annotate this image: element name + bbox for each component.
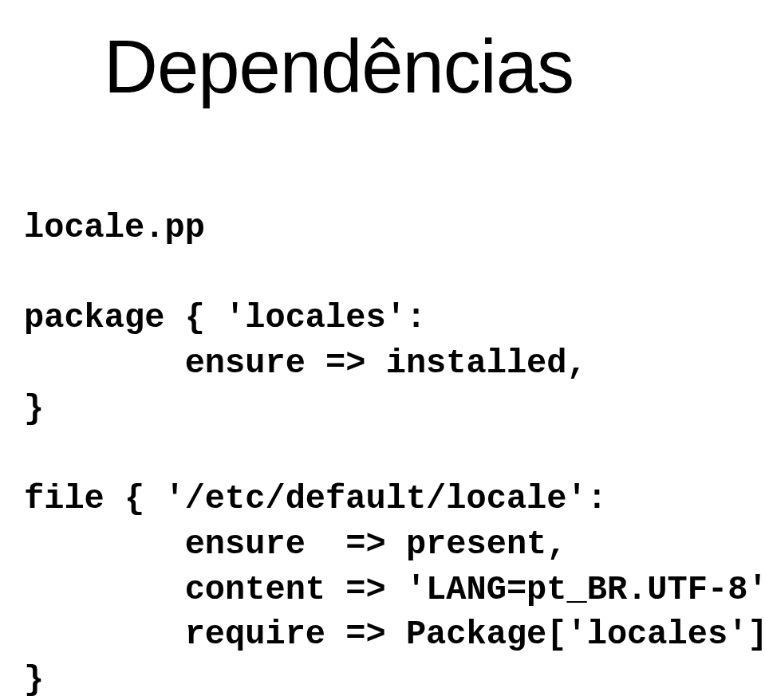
code-line-5: } (24, 390, 44, 428)
code-block: locale.pp package { 'locales': ensure =>… (24, 206, 741, 700)
code-line-3: package { 'locales': (24, 299, 426, 337)
code-line-9: content => 'LANG=pt_BR.UTF-8', (24, 571, 765, 609)
page-title: Dependências (104, 24, 741, 110)
code-line-10: require => Package['locales'], (24, 615, 765, 654)
code-line-8: ensure => present, (24, 525, 567, 564)
code-line-1: locale.pp (24, 209, 205, 247)
code-line-7: file { '/etc/default/locale': (24, 480, 607, 518)
code-line-11: } (24, 661, 44, 699)
code-line-4: ensure => installed, (24, 344, 587, 383)
